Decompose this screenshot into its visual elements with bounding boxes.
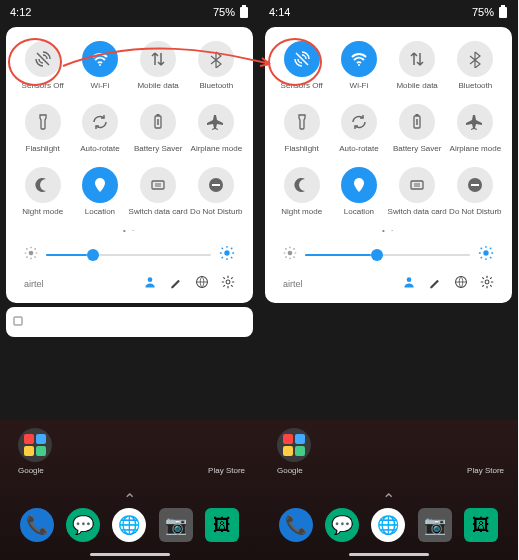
wifi-icon xyxy=(341,41,377,77)
gallery-app[interactable]: 🖼 xyxy=(205,508,239,542)
svg-rect-14 xyxy=(499,7,507,18)
qs-tile-label: Bluetooth xyxy=(199,81,233,90)
notification-card[interactable] xyxy=(6,307,253,337)
sensors-icon xyxy=(25,41,61,77)
qs-tile-location[interactable]: Location xyxy=(71,163,128,220)
bluetooth-icon xyxy=(457,41,493,77)
phone-app[interactable]: 📞 xyxy=(279,508,313,542)
qs-tile-battery[interactable]: Battery Saver xyxy=(388,100,447,157)
qs-tile-night[interactable]: Night mode xyxy=(14,163,71,220)
folder-label: Google xyxy=(18,466,44,475)
qs-tile-label: Switch data card xyxy=(129,207,188,216)
battery-icon xyxy=(140,104,176,140)
qs-tile-label: Bluetooth xyxy=(458,81,492,90)
play-store-icon[interactable] xyxy=(466,428,500,462)
messages-app[interactable]: 💬 xyxy=(66,508,100,542)
qs-tile-autorotate[interactable]: Auto-rotate xyxy=(330,100,387,157)
globe-icon[interactable] xyxy=(195,275,209,293)
qs-tile-battery[interactable]: Battery Saver xyxy=(129,100,188,157)
brightness-low-icon xyxy=(24,246,38,264)
flashlight-icon xyxy=(25,104,61,140)
bluetooth-icon xyxy=(198,41,234,77)
user-icon[interactable] xyxy=(143,275,157,293)
qs-tile-location[interactable]: Location xyxy=(330,163,387,220)
night-icon xyxy=(284,167,320,203)
qs-tile-label: Night mode xyxy=(22,207,63,216)
brightness-high-icon xyxy=(478,245,494,265)
qs-tile-label: Switch data card xyxy=(388,207,447,216)
qs-tile-label: Airplane mode xyxy=(450,144,502,153)
qs-tile-switchcard[interactable]: Switch data card xyxy=(388,163,447,220)
chevron-up-icon[interactable]: ⌃ xyxy=(382,490,395,509)
edit-icon[interactable] xyxy=(428,275,442,293)
settings-icon[interactable] xyxy=(480,275,494,293)
qs-tile-night[interactable]: Night mode xyxy=(273,163,330,220)
brightness-high-icon xyxy=(219,245,235,265)
qs-tile-airplane[interactable]: Airplane mode xyxy=(188,100,245,157)
play-store-icon[interactable] xyxy=(207,428,241,462)
svg-rect-15 xyxy=(501,5,505,7)
dnd-icon xyxy=(198,167,234,203)
camera-app[interactable]: 📷 xyxy=(418,508,452,542)
brightness-row xyxy=(14,241,245,269)
globe-icon[interactable] xyxy=(454,275,468,293)
settings-icon[interactable] xyxy=(221,275,235,293)
location-icon xyxy=(341,167,377,203)
messages-app[interactable]: 💬 xyxy=(325,508,359,542)
qs-tile-wifi[interactable]: Wi-Fi xyxy=(330,37,387,94)
qs-tile-bluetooth[interactable]: Bluetooth xyxy=(447,37,504,94)
brightness-slider[interactable] xyxy=(46,254,211,256)
carrier-label: airtel xyxy=(24,279,44,289)
camera-app[interactable]: 📷 xyxy=(159,508,193,542)
playstore-label: Play Store xyxy=(467,466,504,475)
qs-panel: Sensors OffWi-FiMobile dataBluetoothFlas… xyxy=(265,27,512,303)
flashlight-icon xyxy=(284,104,320,140)
google-folder[interactable] xyxy=(277,428,311,462)
qs-tile-sensors[interactable]: Sensors Off xyxy=(273,37,330,94)
switchcard-icon xyxy=(399,167,435,203)
qs-tile-autorotate[interactable]: Auto-rotate xyxy=(71,100,128,157)
battery-pct: 75% xyxy=(472,6,494,18)
edit-icon[interactable] xyxy=(169,275,183,293)
qs-tile-label: Mobile data xyxy=(396,81,437,90)
qs-footer: airtel xyxy=(273,269,504,295)
mobiledata-icon xyxy=(399,41,435,77)
user-icon[interactable] xyxy=(402,275,416,293)
nav-bar[interactable] xyxy=(90,553,170,556)
qs-tile-dnd[interactable]: Do Not Disturb xyxy=(447,163,504,220)
nav-bar[interactable] xyxy=(349,553,429,556)
qs-tile-wifi[interactable]: Wi-Fi xyxy=(71,37,128,94)
notification-icon xyxy=(12,315,24,327)
clock: 4:14 xyxy=(269,6,290,18)
brightness-row xyxy=(273,241,504,269)
carrier-label: airtel xyxy=(283,279,303,289)
qs-tile-bluetooth[interactable]: Bluetooth xyxy=(188,37,245,94)
svg-rect-13 xyxy=(242,5,246,7)
page-dots: • · xyxy=(14,226,245,235)
qs-tile-dnd[interactable]: Do Not Disturb xyxy=(188,163,245,220)
night-icon xyxy=(25,167,61,203)
qs-tile-flashlight[interactable]: Flashlight xyxy=(273,100,330,157)
qs-panel: Sensors OffWi-FiMobile dataBluetoothFlas… xyxy=(6,27,253,303)
google-folder[interactable] xyxy=(18,428,52,462)
qs-tile-airplane[interactable]: Airplane mode xyxy=(447,100,504,157)
qs-tile-mobiledata[interactable]: Mobile data xyxy=(388,37,447,94)
qs-tile-switchcard[interactable]: Switch data card xyxy=(129,163,188,220)
qs-tile-sensors[interactable]: Sensors Off xyxy=(14,37,71,94)
chrome-app[interactable]: 🌐 xyxy=(112,508,146,542)
chevron-up-icon[interactable]: ⌃ xyxy=(123,490,136,509)
switchcard-icon xyxy=(140,167,176,203)
brightness-slider[interactable] xyxy=(305,254,470,256)
qs-tile-label: Mobile data xyxy=(137,81,178,90)
qs-tile-flashlight[interactable]: Flashlight xyxy=(14,100,71,157)
qs-tile-label: Auto-rotate xyxy=(80,144,120,153)
qs-tile-label: Sensors Off xyxy=(22,81,64,90)
chrome-app[interactable]: 🌐 xyxy=(371,508,405,542)
gallery-app[interactable]: 🖼 xyxy=(464,508,498,542)
qs-tile-mobiledata[interactable]: Mobile data xyxy=(129,37,188,94)
home-screen: Google Play Store ⌃ 📞 💬 🌐 📷 🖼 xyxy=(0,420,259,560)
qs-tile-label: Location xyxy=(85,207,115,216)
dnd-icon xyxy=(457,167,493,203)
phone-app[interactable]: 📞 xyxy=(20,508,54,542)
phone-right: 4:14 75% Sensors OffWi-FiMobile dataBlue… xyxy=(259,0,518,560)
